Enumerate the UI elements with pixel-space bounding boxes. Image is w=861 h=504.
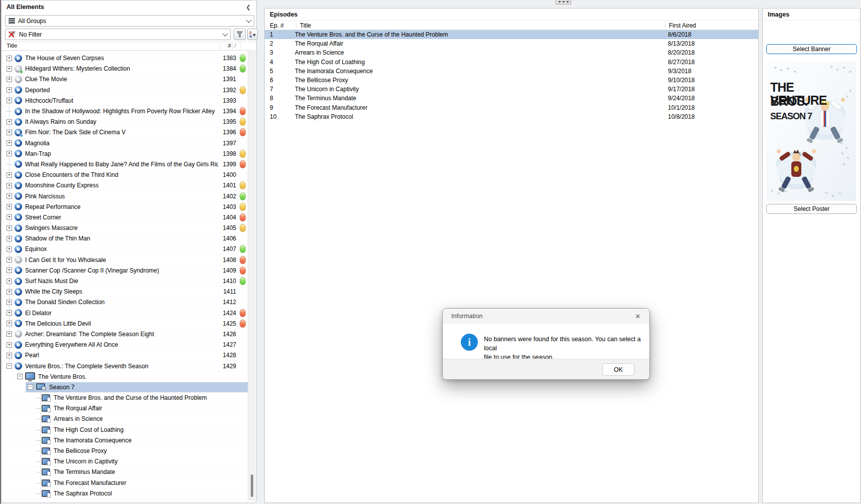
expand-node-toggle[interactable]: +	[7, 353, 12, 358]
expand-node-toggle[interactable]: +	[7, 56, 12, 61]
tree-row-episode[interactable]: The Saphrax Protocol	[2, 488, 249, 499]
tree-row[interactable]: +Pearl1428	[2, 350, 249, 361]
tree-row[interactable]: +Swingers Massacre1405	[2, 223, 249, 233]
episode-row[interactable]: 4The High Cost of Loathing8/27/2018	[265, 58, 758, 67]
collapse-node-toggle[interactable]: −	[28, 384, 33, 390]
tree-row-episode[interactable]: The Forecast Manufacturer	[2, 478, 249, 488]
column-ep-number[interactable]: Ep. #	[270, 22, 284, 29]
tree-row[interactable]: +Man-Trap1398	[2, 149, 249, 159]
expand-node-toggle[interactable]: +	[7, 257, 12, 263]
expand-node-toggle[interactable]: +	[7, 98, 12, 103]
expand-node-toggle[interactable]: +	[7, 342, 12, 348]
tree-row[interactable]: What Really Happened to Baby Jane? And t…	[2, 159, 249, 170]
tree-row[interactable]: +Street Corner1404	[2, 212, 249, 223]
expand-node-toggle[interactable]: +	[7, 204, 12, 209]
episode-row-selected[interactable]: 1The Venture Bros. and the Curse of the …	[265, 30, 758, 39]
tree-row[interactable]: +Hildegard Withers: Mysteries Collection…	[2, 64, 249, 74]
expand-node-toggle[interactable]: +	[7, 119, 12, 125]
tree-row-episode[interactable]: The Bellicose Proxy	[2, 446, 249, 456]
expand-node-toggle[interactable]: +	[7, 236, 12, 241]
tree-row[interactable]: +Hitchcock/Truffaut1393	[2, 96, 249, 106]
splitter-grip[interactable]	[556, 0, 571, 5]
episode-row[interactable]: 8The Terminus Mandate9/24/2018	[265, 94, 758, 103]
sort-za-button[interactable]: ZA	[247, 29, 258, 40]
expand-node-toggle[interactable]: +	[7, 140, 12, 146]
tree-scrollbar[interactable]	[248, 50, 256, 501]
collapse-node-toggle[interactable]: −	[17, 374, 23, 379]
expand-node-toggle[interactable]: +	[7, 183, 12, 188]
column-slash[interactable]: /	[234, 43, 236, 49]
episode-row[interactable]: 3Arrears in Science8/20/2018	[265, 48, 758, 57]
tree-row[interactable]: +Repeat Performance1403	[2, 202, 249, 212]
expand-node-toggle[interactable]: +	[7, 214, 12, 220]
selected-row-highlight[interactable]: −Season 7	[26, 382, 249, 392]
expand-node-toggle[interactable]: +	[7, 172, 12, 178]
tree-row[interactable]: +Shadow of the Thin Man1406	[2, 233, 249, 244]
expand-node-toggle[interactable]: +	[7, 193, 12, 199]
tree-row[interactable]: +While the City Sleeps1411	[2, 287, 249, 297]
tree-row[interactable]: +Everything Everywhere All At Once1427	[2, 340, 249, 350]
scrollbar-thumb[interactable]	[251, 474, 253, 497]
expand-node-toggle[interactable]: +	[7, 246, 12, 252]
tree-row[interactable]: −Venture Bros.: The Complete Seventh Sea…	[2, 361, 249, 371]
dialog-titlebar[interactable]: Information ✕	[443, 309, 649, 324]
episodes-column-header[interactable]: Ep. # Title First Aired	[265, 21, 758, 30]
expand-node-toggle[interactable]: +	[7, 289, 12, 295]
tree-row[interactable]: +Film Noir: The Dark Side of Cinema V139…	[2, 127, 249, 138]
groups-dropdown[interactable]: All Groups	[5, 15, 254, 27]
tree-row-episode[interactable]: The Venture Bros. and the Curse of the H…	[2, 393, 249, 403]
tree-row[interactable]: +Pink Narcissus1402	[2, 191, 249, 201]
tree-row[interactable]: +It Always Rains on Sunday1395	[2, 117, 249, 127]
tree-row[interactable]: +Archer: Dreamland: The Complete Season …	[2, 329, 249, 340]
tree-row[interactable]: +Scanner Cop /Scanner Cop II (Vinegar Sy…	[2, 266, 249, 276]
expand-node-toggle[interactable]: +	[7, 77, 12, 82]
column-ep-title[interactable]: Title	[300, 22, 311, 29]
expand-node-toggle[interactable]: +	[7, 130, 12, 135]
tree-row[interactable]: +Close Encounters of the Third Kind1400	[2, 170, 249, 180]
tree-row[interactable]: In the Shadow of Hollywood: Highlights F…	[2, 106, 249, 117]
expand-node-toggle[interactable]: +	[7, 279, 12, 284]
tree-row[interactable]: +El Delator1424	[2, 308, 249, 319]
episode-row[interactable]: 5The Inamorata Consequence9/3/2018	[265, 67, 758, 76]
expand-node-toggle[interactable]: +	[7, 225, 12, 231]
column-number[interactable]: #	[222, 43, 231, 49]
tree-row[interactable]: +The Delicious Little Devil1425	[2, 319, 249, 329]
tree-row[interactable]: +The House of Seven Corpses1383	[2, 53, 249, 64]
tree-row[interactable]: +The Donald Sinden Collection1412	[2, 297, 249, 308]
expand-node-toggle[interactable]: +	[7, 151, 12, 156]
tree-row[interactable]: +Moonshine County Express1401	[2, 180, 249, 191]
tree-row-episode[interactable]: The Terminus Mandate	[2, 467, 249, 477]
tree-row-episode[interactable]: The High Cost of Loathing	[2, 425, 249, 435]
episode-row[interactable]: 9The Forecast Manufacturer10/1/2018	[265, 103, 758, 112]
filter-dropdown[interactable]: No Filter	[5, 29, 231, 40]
collapse-panel-button[interactable]: ❮	[244, 3, 252, 11]
tree-row[interactable]: +I Can Get It for You Wholesale1408	[2, 255, 249, 266]
column-title[interactable]: Title	[7, 43, 17, 49]
tree-row-episode[interactable]: The Inamorata Consequence	[2, 435, 249, 446]
collapse-node-toggle[interactable]: −	[7, 363, 12, 369]
tree-row-episode[interactable]: The Unicorn in Captivity	[2, 456, 249, 467]
tree-row-episode[interactable]: The Rorqual Affair	[2, 403, 249, 414]
tree-row[interactable]: +Surf Nazis Must Die1410	[2, 276, 249, 287]
tree-row-season-selected[interactable]: −Season 7	[2, 382, 249, 393]
episode-row[interactable]: 7The Unicorn in Captivity9/17/2018	[265, 85, 758, 94]
episode-row[interactable]: 6The Bellicose Proxy9/10/2018	[265, 76, 758, 85]
column-first-aired[interactable]: First Aired	[669, 22, 696, 29]
expand-node-toggle[interactable]: +	[7, 300, 12, 305]
expand-node-toggle[interactable]: +	[7, 331, 12, 337]
ok-button[interactable]: OK	[602, 363, 634, 376]
select-banner-button[interactable]: Select Banner	[766, 44, 857, 54]
expand-node-toggle[interactable]: +	[7, 87, 12, 93]
expand-node-toggle[interactable]: +	[7, 321, 12, 326]
tree-row[interactable]: +Magnolia1397	[2, 138, 249, 149]
episode-row[interactable]: 10The Saphrax Protocol10/8/2018	[265, 112, 758, 121]
tree-row-series[interactable]: −The Venture Bros.	[2, 372, 249, 382]
select-poster-button[interactable]: Select Poster	[766, 204, 857, 214]
filter-funnel-button[interactable]	[234, 29, 246, 40]
tree-row[interactable]: +Deported1392	[2, 85, 249, 96]
episode-row[interactable]: 2The Rorqual Affair8/13/2018	[265, 39, 758, 48]
close-icon[interactable]: ✕	[633, 312, 642, 321]
expand-node-toggle[interactable]: +	[7, 310, 12, 316]
tree-row-episode[interactable]: Arrears in Science	[2, 414, 249, 424]
expand-node-toggle[interactable]: +	[7, 66, 12, 72]
